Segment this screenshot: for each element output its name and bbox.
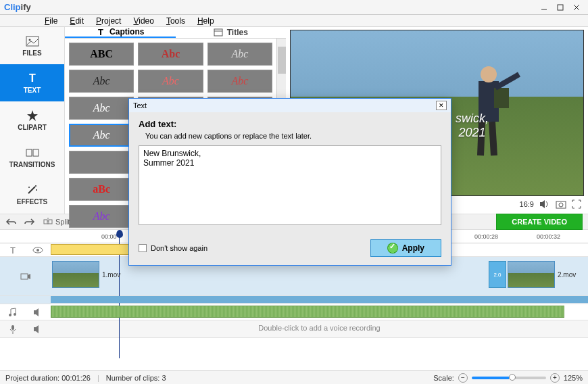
split-button[interactable]: Split: [43, 217, 70, 226]
video-clip-1[interactable]: 1.mov: [52, 261, 120, 288]
titlebar: Clipify: [0, 0, 588, 15]
svg-point-13: [36, 189, 37, 191]
aspect-ratio[interactable]: 16:9: [520, 200, 534, 208]
svg-rect-28: [49, 220, 52, 224]
dialog-close-button[interactable]: ✕: [436, 101, 447, 110]
sidebar-clipart[interactable]: CLIPART: [0, 101, 64, 139]
transition-box[interactable]: 2.0: [489, 261, 506, 288]
eye-icon[interactable]: [32, 245, 43, 256]
svg-point-31: [36, 249, 39, 251]
statusbar: Project duration: 00:01:26 | Number of c…: [0, 370, 588, 384]
redo-button[interactable]: [24, 216, 35, 227]
svg-line-20: [495, 74, 519, 88]
video-clip-2[interactable]: 2.0 2.mov: [489, 261, 576, 288]
svg-rect-27: [44, 220, 47, 224]
menu-file[interactable]: File: [45, 16, 57, 26]
dont-show-checkbox[interactable]: Don't show again: [139, 244, 207, 252]
volume-icon[interactable]: [32, 324, 43, 335]
caption-style[interactable]: Abc: [207, 43, 272, 66]
image-icon: [26, 35, 39, 47]
svg-rect-19: [494, 88, 509, 108]
tab-captions[interactable]: T Captions: [65, 27, 176, 38]
logo-suffix: ify: [21, 2, 31, 12]
caption-style[interactable]: Abc: [69, 205, 134, 228]
check-icon: [387, 243, 398, 254]
svg-marker-39: [34, 325, 39, 333]
menubar: File Edit Project Video Tools Help: [0, 15, 588, 27]
create-video-button[interactable]: CREATE VIDEO: [496, 214, 583, 230]
sidebar-label: EFFECTS: [17, 198, 48, 206]
minimize-button[interactable]: [537, 2, 552, 13]
svg-point-5: [28, 39, 30, 41]
svg-point-35: [14, 313, 16, 316]
fade-bar[interactable]: [51, 296, 588, 303]
app-logo: Clipify: [4, 2, 31, 12]
svg-line-22: [492, 122, 494, 155]
menu-project[interactable]: Project: [96, 16, 121, 26]
add-text-dialog: Text ✕ Add text: You can add new caption…: [128, 98, 451, 266]
svg-point-11: [35, 185, 36, 187]
svg-marker-36: [34, 308, 39, 316]
star-icon: [26, 110, 39, 122]
caption-style[interactable]: [69, 151, 134, 174]
caption-style[interactable]: Abc: [207, 70, 272, 93]
playhead[interactable]: [116, 230, 123, 238]
sidebar-files[interactable]: FILES: [0, 27, 64, 64]
tab-titles[interactable]: Titles: [176, 27, 287, 38]
text-icon: T: [96, 27, 105, 37]
sidebar-effects[interactable]: EFFECTS: [0, 176, 64, 214]
text-icon: T: [26, 72, 39, 85]
svg-point-25: [559, 203, 563, 207]
volume-icon[interactable]: [32, 307, 43, 318]
caption-style[interactable]: Abc: [69, 70, 134, 93]
svg-marker-7: [27, 110, 38, 121]
fullscreen-icon[interactable]: [572, 199, 581, 209]
menu-help[interactable]: Help: [197, 16, 214, 26]
track-voice[interactable]: Double-click to add a voice recording: [0, 320, 588, 338]
zoom-out-button[interactable]: −: [458, 373, 468, 383]
snapshot-icon[interactable]: [556, 199, 566, 209]
ruler-tick: 00:00:28: [474, 233, 498, 240]
split-icon: [43, 217, 53, 226]
apply-button[interactable]: Apply: [370, 239, 441, 257]
svg-text:T: T: [10, 245, 16, 256]
wand-icon: [26, 184, 39, 196]
caption-style[interactable]: ABC: [69, 43, 134, 66]
dialog-title: Text: [133, 101, 147, 110]
svg-rect-1: [558, 5, 563, 10]
dialog-titlebar[interactable]: Text ✕: [129, 99, 451, 112]
sidebar: FILES T TEXT CLIPART TRANSITIONS EFFECTS: [0, 27, 65, 214]
menu-tools[interactable]: Tools: [166, 16, 185, 26]
track-audio: [0, 304, 588, 320]
sidebar-transitions[interactable]: TRANSITIONS: [0, 139, 64, 176]
preview-caption: swick, 2021: [456, 112, 489, 140]
caption-style[interactable]: Abc: [69, 97, 134, 120]
maximize-button[interactable]: [553, 2, 568, 13]
volume-icon[interactable]: [539, 199, 550, 209]
status-duration-label: Project duration:: [5, 374, 59, 382]
audio-waveform[interactable]: [51, 306, 564, 318]
close-button[interactable]: [569, 2, 584, 13]
caption-text-input[interactable]: [139, 145, 441, 225]
sidebar-label: TEXT: [24, 87, 41, 94]
undo-button[interactable]: [5, 216, 16, 227]
svg-rect-15: [214, 29, 222, 36]
menu-video[interactable]: Video: [133, 16, 153, 26]
caption-style[interactable]: aBc: [69, 178, 134, 201]
zoom-slider[interactable]: [472, 377, 546, 379]
menu-edit[interactable]: Edit: [70, 16, 84, 26]
svg-rect-8: [26, 149, 32, 156]
logo-prefix: Clip: [4, 2, 21, 12]
caption-style[interactable]: Abc: [138, 70, 203, 93]
svg-marker-23: [540, 200, 545, 208]
caption-style[interactable]: Abc: [138, 43, 203, 66]
svg-marker-33: [28, 274, 30, 279]
sidebar-label: TRANSITIONS: [9, 161, 55, 168]
sidebar-text[interactable]: T TEXT: [0, 64, 64, 101]
zoom-in-button[interactable]: +: [550, 373, 560, 383]
music-icon: [7, 307, 18, 318]
checkbox-box: [139, 244, 147, 252]
svg-rect-32: [21, 274, 28, 279]
sidebar-label: CLIPART: [18, 124, 47, 131]
caption-style-selected[interactable]: Abc: [69, 124, 134, 147]
